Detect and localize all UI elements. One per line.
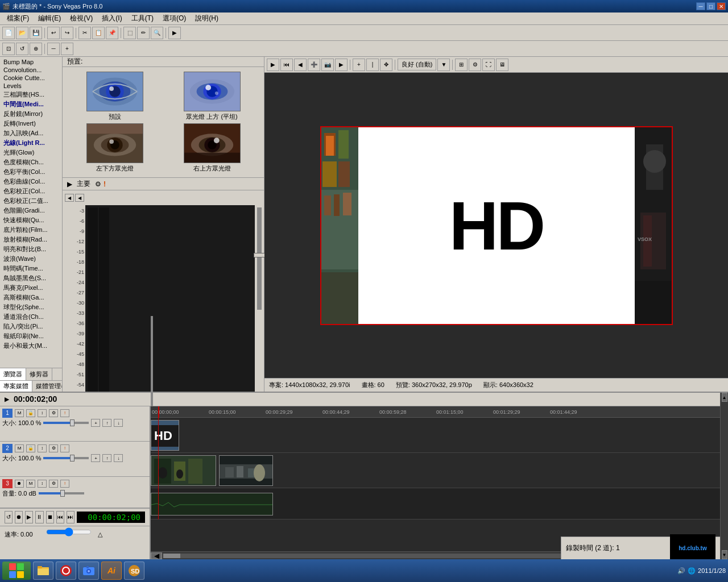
zoom-in-btn[interactable]: + (61, 43, 73, 55)
cut-btn[interactable]: ✂ (78, 27, 91, 39)
effect-quick-blur[interactable]: 快速模糊(Qu... (1, 215, 61, 225)
effect-film-grain[interactable]: 底片顆粒(Film... (1, 225, 61, 235)
track-1-lock[interactable]: 🔒 (26, 409, 35, 417)
pv-zoom-btn[interactable]: + (353, 59, 365, 71)
effect-color-correct2[interactable]: 色彩校正(二值... (1, 196, 61, 206)
pv-prev-btn[interactable]: ◀ (294, 59, 307, 71)
menu-file[interactable]: 檔案(F) (2, 13, 34, 24)
effect-invert[interactable]: 反轉(Invert) (1, 119, 61, 128)
track-3-slider[interactable] (39, 492, 84, 494)
effect-channel-mix[interactable]: 通道混合(Ch... (1, 312, 61, 322)
redo-btn[interactable]: ↪ (61, 27, 73, 39)
clip-3-audio[interactable] (151, 493, 273, 516)
tab-project-media[interactable]: 專案媒體 (0, 381, 32, 392)
scroll-thumb[interactable] (163, 554, 180, 558)
taskbar-illustrator-btn[interactable]: Ai (101, 562, 122, 580)
fader-thumb[interactable] (254, 253, 265, 257)
menu-tools[interactable]: 工具(T) (127, 13, 158, 24)
menu-options[interactable]: 選項(O) (158, 13, 191, 24)
effect-sepia[interactable]: 鳥賊墨黑色(S... (1, 273, 61, 283)
track-3-mute[interactable]: M (26, 480, 35, 488)
effect-chroma-blur[interactable]: 色度模糊(Ch... (1, 157, 61, 167)
maximize-button[interactable]: □ (706, 2, 715, 10)
meter-reset-btn[interactable]: ◀ (65, 194, 74, 202)
play-play-btn[interactable]: ▶ (25, 511, 33, 523)
loop-btn[interactable]: ↺ (16, 43, 28, 55)
track-3-thumb[interactable] (60, 490, 65, 497)
track-2-mute[interactable]: M (15, 444, 24, 452)
track-2-thumb[interactable] (70, 455, 75, 462)
track-2-up[interactable]: ↑ (102, 454, 111, 462)
menu-edit[interactable]: 編輯(E) (34, 13, 65, 24)
select-btn[interactable]: ⬚ (123, 27, 136, 39)
meter-settings-icon[interactable]: ⚙ (95, 180, 101, 188)
track-2-lock[interactable]: 🔒 (26, 444, 35, 452)
effect-levels[interactable]: Levels (1, 82, 61, 90)
timeline-expand-icon[interactable]: ▶ (5, 396, 9, 402)
play-record-btn[interactable]: ⏺ (15, 511, 23, 523)
start-button[interactable] (2, 562, 31, 580)
track-1-add-fx[interactable]: + (91, 419, 100, 427)
pv-next-btn[interactable]: ▶ (335, 59, 348, 71)
effect-timecode[interactable]: 時間碼(Time... (1, 264, 61, 273)
open-btn[interactable]: 📂 (16, 27, 28, 39)
taskbar-opera-btn[interactable] (56, 562, 76, 580)
preview-item-3[interactable]: 左下方眾光燈 (67, 123, 162, 173)
track-2-move[interactable]: ↕ (38, 444, 47, 452)
speed-slider[interactable] (46, 527, 92, 537)
track-3-settings[interactable]: ⚙ (49, 480, 58, 488)
zoom-btn[interactable]: 🔍 (151, 27, 163, 39)
taskbar-app5-btn[interactable]: SD (124, 562, 144, 580)
edit-btn[interactable]: ✏ (137, 27, 150, 39)
track-2-down[interactable]: ↓ (114, 454, 123, 462)
play-loop-btn[interactable]: ↺ (5, 511, 13, 523)
tab-trimmer[interactable]: 修剪器 (26, 368, 52, 380)
clip-2a[interactable] (151, 455, 216, 486)
track-1-settings[interactable]: ⚙ (49, 409, 58, 417)
pv-expand-btn[interactable]: ▶ (267, 59, 279, 71)
track-3-record[interactable]: ⏺ (15, 480, 24, 488)
effect-glow[interactable]: 光輝(Glow) (1, 148, 61, 157)
meter-reset-btn2[interactable]: ◀ (75, 194, 84, 202)
taskbar-explorer-btn[interactable] (33, 562, 53, 580)
track-1-slider[interactable] (43, 422, 89, 424)
snap-btn[interactable]: ⊡ (2, 43, 15, 55)
tab-browser[interactable]: 瀏覽器 (0, 368, 26, 380)
quality-dropdown[interactable]: 良好 (自動) (398, 59, 436, 70)
pv-quality-drop-icon[interactable]: ▼ (437, 59, 450, 71)
menu-view[interactable]: 檢視(V) (65, 13, 97, 24)
play-prev-btn[interactable]: ⏮ (56, 511, 64, 523)
effect-wave[interactable]: 波浪(Wave) (1, 254, 61, 264)
timeline-vscrollbar[interactable]: ▲ ▼ (720, 393, 728, 559)
effect-median[interactable]: 中間值(Medi... (1, 99, 61, 109)
pv-camera-btn[interactable]: 📷 (321, 59, 334, 71)
effect-brightness[interactable]: 明亮和對比(B... (1, 244, 61, 254)
effect-color-curves[interactable]: 色彩曲線(Col... (1, 177, 61, 186)
split-btn[interactable]: ⊕ (30, 43, 42, 55)
track-3-move[interactable]: ↕ (38, 480, 47, 488)
undo-btn[interactable]: ↩ (47, 27, 60, 39)
track-2-slider[interactable] (43, 457, 89, 459)
pv-move-btn[interactable]: ✥ (380, 59, 392, 71)
track-1-down[interactable]: ↓ (114, 419, 123, 427)
play-pause-btn[interactable]: ⏸ (35, 511, 43, 523)
effect-radial-blur[interactable]: 放射模糊(Rad... (1, 235, 61, 244)
effect-add-noise[interactable]: 加入訊映(Ad... (1, 128, 61, 138)
clip-2b[interactable] (219, 455, 273, 486)
effect-convolution[interactable]: Convolution... (1, 66, 61, 74)
play-stop-btn[interactable]: ⏹ (46, 511, 54, 523)
effect-color-balance[interactable]: 色彩平衡(Col... (1, 167, 61, 177)
pv-split-btn[interactable]: | (366, 59, 379, 71)
effect-cookie[interactable]: Cookie Cutte... (1, 74, 61, 82)
copy-btn[interactable]: 📋 (92, 27, 105, 39)
paste-btn[interactable]: 📌 (106, 27, 118, 39)
menu-insert[interactable]: 插入(I) (97, 13, 126, 24)
track-1-thumb[interactable] (70, 419, 75, 426)
effect-newsprint[interactable]: 報紙印刷(Ne... (1, 331, 61, 341)
clip-1[interactable]: HD (151, 420, 179, 451)
pv-start-btn[interactable]: ⏮ (280, 59, 293, 71)
preview-item-2[interactable]: 眾光燈 上方 (平坦) (164, 72, 259, 121)
pv-ext-monitor-btn[interactable]: 🖥 (496, 59, 508, 71)
save-btn[interactable]: 💾 (30, 27, 42, 39)
effect-bump-map[interactable]: Bump Map (1, 58, 61, 66)
